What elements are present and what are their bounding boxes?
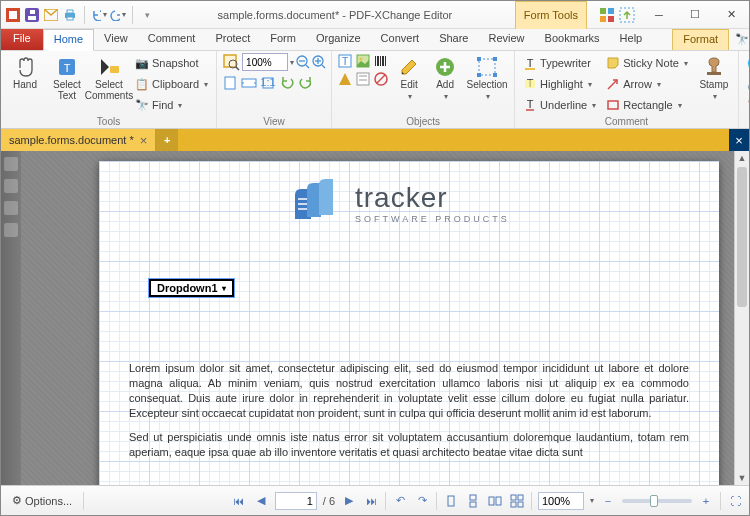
snapshot-button[interactable]: 📷Snapshot: [132, 53, 211, 73]
zoom-out-icon[interactable]: [296, 55, 310, 69]
scroll-up-icon[interactable]: ▲: [735, 151, 749, 165]
zoom-out-status-icon[interactable]: −: [600, 493, 616, 509]
add-button[interactable]: Add: [429, 53, 461, 103]
find-ribbon-button[interactable]: 🔭Find: [132, 95, 211, 115]
sticky-note-button[interactable]: Sticky Note: [603, 53, 691, 73]
underline-button[interactable]: TUnderline: [520, 95, 599, 115]
edit-form-icon[interactable]: [355, 71, 371, 87]
fit-page-icon[interactable]: [222, 75, 238, 91]
hand-tool[interactable]: Hand: [6, 53, 44, 93]
tab-convert[interactable]: Convert: [371, 29, 430, 50]
zoom-dropdown-icon[interactable]: ▾: [590, 496, 594, 505]
zoom-box[interactable]: [538, 492, 584, 510]
vertical-scrollbar[interactable]: ▲ ▼: [734, 151, 749, 485]
redo-icon[interactable]: [110, 7, 126, 23]
form-dropdown-field[interactable]: Dropdown1: [149, 279, 234, 297]
tab-review[interactable]: Review: [478, 29, 534, 50]
document-tab[interactable]: sample.forms.document *×: [1, 129, 156, 151]
ui-options-icon[interactable]: [599, 7, 615, 23]
new-tab-button[interactable]: +: [156, 129, 178, 151]
pane-icon[interactable]: [4, 223, 18, 237]
next-view-icon[interactable]: ↷: [414, 493, 430, 509]
hand-icon: [13, 55, 37, 79]
scroll-thumb[interactable]: [737, 167, 747, 307]
web-links-button[interactable]: 🌐Web Links: [744, 53, 750, 73]
tab-form[interactable]: Form: [260, 29, 306, 50]
zoom-dropdown-icon[interactable]: ▾: [290, 58, 294, 67]
svg-rect-36: [377, 56, 379, 66]
tab-format[interactable]: Format: [672, 29, 729, 50]
close-tab-icon[interactable]: ×: [140, 133, 148, 148]
fit-width-icon[interactable]: [241, 75, 257, 91]
rectangle-button[interactable]: Rectangle: [603, 95, 691, 115]
edit-text-icon[interactable]: T: [337, 53, 353, 69]
select-text-tool[interactable]: TSelect Text: [48, 53, 86, 103]
tab-bar-close-icon[interactable]: ×: [729, 129, 749, 151]
save-icon[interactable]: [24, 7, 40, 23]
zoom-input[interactable]: [242, 53, 288, 71]
maximize-button[interactable]: ☐: [677, 1, 713, 29]
options-button[interactable]: ⚙Options...: [7, 492, 77, 509]
tab-home[interactable]: Home: [43, 29, 94, 51]
create-link-button[interactable]: 🔗Create Link: [744, 74, 750, 94]
document-tab-label: sample.forms.document *: [9, 134, 134, 146]
svg-line-60: [608, 80, 617, 89]
edit-barcode-icon[interactable]: [373, 53, 389, 69]
stamp-button[interactable]: Stamp: [695, 53, 733, 103]
arrow-button[interactable]: Arrow: [603, 74, 691, 94]
zoom-in-icon[interactable]: [312, 55, 326, 69]
tab-share[interactable]: Share: [429, 29, 478, 50]
layout-facing-icon[interactable]: [487, 493, 503, 509]
clipboard-button[interactable]: 📋Clipboard: [132, 74, 211, 94]
file-tab[interactable]: File: [1, 29, 43, 50]
close-button[interactable]: ✕: [713, 1, 749, 29]
selection-button[interactable]: Selection: [465, 53, 509, 103]
tab-bookmarks[interactable]: Bookmarks: [535, 29, 610, 50]
tab-help[interactable]: Help: [610, 29, 653, 50]
rectangle-icon: [606, 98, 620, 112]
tab-organize[interactable]: Organize: [306, 29, 371, 50]
rotate-ccw-icon[interactable]: [279, 75, 295, 91]
edit-button[interactable]: Edit: [393, 53, 425, 103]
page-input[interactable]: [275, 492, 317, 510]
pane-icon[interactable]: [4, 201, 18, 215]
zoom-tool-icon[interactable]: [222, 53, 240, 71]
tab-protect[interactable]: Protect: [205, 29, 260, 50]
edit-annotation-icon[interactable]: [373, 71, 389, 87]
next-page-icon[interactable]: ▶: [341, 493, 357, 509]
mail-icon[interactable]: [43, 7, 59, 23]
rotate-cw-icon[interactable]: [298, 75, 314, 91]
tab-view[interactable]: View: [94, 29, 138, 50]
actual-size-icon[interactable]: 1:1: [260, 75, 276, 91]
highlight-button[interactable]: THighlight: [520, 74, 599, 94]
prev-view-icon[interactable]: ↶: [392, 493, 408, 509]
logo-sub: SOFTWARE PRODUCTS: [355, 214, 510, 224]
zoom-in-status-icon[interactable]: +: [698, 493, 714, 509]
zoom-slider-knob[interactable]: [650, 495, 658, 507]
pane-icon[interactable]: [4, 157, 18, 171]
fullscreen-icon[interactable]: ⛶: [727, 493, 743, 509]
edit-image-icon[interactable]: [355, 53, 371, 69]
qat-customize-icon[interactable]: ▾: [139, 7, 155, 23]
layout-single-icon[interactable]: [443, 493, 459, 509]
tab-comment[interactable]: Comment: [138, 29, 206, 50]
typewriter-button[interactable]: TTypewriter: [520, 53, 599, 73]
group-links-label: Links: [744, 115, 750, 127]
navigation-pane[interactable]: [1, 151, 21, 485]
last-page-icon[interactable]: ⏭: [363, 493, 379, 509]
find-button[interactable]: 🔭Find...: [729, 30, 750, 49]
launch-icon[interactable]: [619, 7, 635, 23]
print-icon[interactable]: [62, 7, 78, 23]
prev-page-icon[interactable]: ◀: [253, 493, 269, 509]
layout-continuous-icon[interactable]: [465, 493, 481, 509]
first-page-icon[interactable]: ⏮: [231, 493, 247, 509]
select-comments-tool[interactable]: Select Comments: [90, 53, 128, 103]
add-bookmark-button[interactable]: 🔖Add Bookmark: [744, 95, 750, 115]
minimize-button[interactable]: ─: [641, 1, 677, 29]
undo-icon[interactable]: [91, 7, 107, 23]
pane-icon[interactable]: [4, 179, 18, 193]
layout-facing-cont-icon[interactable]: [509, 493, 525, 509]
scroll-down-icon[interactable]: ▼: [735, 471, 749, 485]
zoom-slider[interactable]: [622, 499, 692, 503]
edit-shape-icon[interactable]: [337, 71, 353, 87]
